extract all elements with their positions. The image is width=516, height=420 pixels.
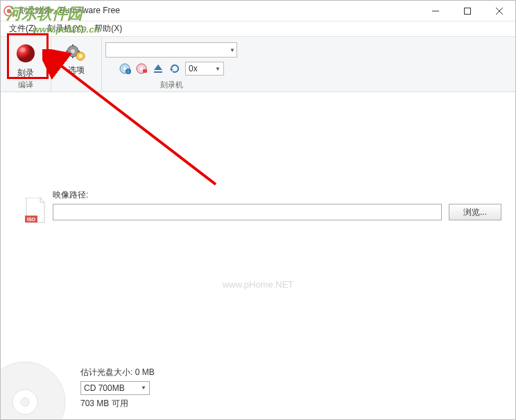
disc-info-icon[interactable]: i xyxy=(119,62,131,75)
svg-rect-10 xyxy=(72,44,74,46)
image-path-input[interactable] xyxy=(53,204,442,220)
svg-point-7 xyxy=(20,48,26,52)
eject-icon[interactable] xyxy=(152,62,164,75)
ribbon-group-recorder: ▼ i 0x ▼ 刻录机 xyxy=(102,37,241,91)
recorder-select[interactable]: ▼ xyxy=(105,42,237,58)
options-button-label: 选项 xyxy=(68,64,85,76)
watermark-center: www.pHome.NET xyxy=(223,279,294,290)
svg-point-15 xyxy=(79,55,82,58)
minimize-button[interactable] xyxy=(420,1,452,21)
browse-button-label: 浏览... xyxy=(463,207,487,218)
window-title: 刻录映像 - BurnAware Free xyxy=(19,5,120,17)
svg-rect-24 xyxy=(154,71,162,73)
image-path-label: 映像路径: xyxy=(53,189,501,201)
image-path-area: ISO 映像路径: 浏览... xyxy=(53,189,501,220)
compile-group-label: 编译 xyxy=(1,80,51,90)
svg-rect-12 xyxy=(66,51,68,52)
refresh-icon[interactable] xyxy=(169,62,181,75)
chevron-down-icon: ▼ xyxy=(215,66,221,72)
svg-marker-25 xyxy=(170,69,173,71)
svg-point-1 xyxy=(7,9,11,13)
gear-icon xyxy=(65,42,87,64)
maximize-button[interactable] xyxy=(452,1,483,21)
chevron-down-icon: ▼ xyxy=(141,384,146,392)
burn-icon xyxy=(15,42,37,64)
options-button[interactable]: 选项 xyxy=(61,41,92,78)
menu-file[interactable]: 文件(Z) xyxy=(3,21,42,36)
svg-rect-11 xyxy=(72,56,74,58)
burn-button[interactable]: 刻录 xyxy=(9,41,42,80)
svg-rect-22 xyxy=(143,69,147,73)
window-controls xyxy=(420,1,515,21)
burn-button-label: 刻录 xyxy=(17,67,34,79)
disc-size-estimate: 估计光盘大小: 0 MB xyxy=(80,367,155,378)
titlebar: 刻录映像 - BurnAware Free xyxy=(1,1,515,21)
svg-rect-3 xyxy=(465,8,471,15)
iso-file-icon: ISO xyxy=(25,198,46,224)
svg-point-21 xyxy=(140,67,143,70)
menu-help[interactable]: 帮助(X) xyxy=(89,21,128,36)
speed-value: 0x xyxy=(189,64,198,73)
disc-area: 估计光盘大小: 0 MB CD 700MB ▼ 703 MB 可用 xyxy=(1,357,515,419)
speed-select[interactable]: 0x ▼ xyxy=(185,62,224,76)
recorder-group-label: 刻录机 xyxy=(102,80,241,90)
ribbon-toolbar: 刻录 编译 选项 xyxy=(1,37,515,92)
disc-info: 估计光盘大小: 0 MB CD 700MB ▼ 703 MB 可用 xyxy=(80,367,155,410)
menubar: 文件(Z) 刻录机(Y) 帮助(X) xyxy=(1,21,515,37)
recorder-tools-row: i 0x ▼ xyxy=(119,62,224,76)
disc-icon xyxy=(0,360,67,420)
chevron-down-icon: ▼ xyxy=(230,47,235,53)
svg-marker-23 xyxy=(154,64,162,70)
menu-recorder[interactable]: 刻录机(Y) xyxy=(42,21,89,36)
svg-point-17 xyxy=(123,67,126,70)
disc-free-space: 703 MB 可用 xyxy=(80,398,155,410)
svg-point-30 xyxy=(21,398,29,406)
close-button[interactable] xyxy=(483,1,515,21)
browse-button[interactable]: 浏览... xyxy=(449,204,501,220)
disc-type-select[interactable]: CD 700MB ▼ xyxy=(80,381,150,395)
ribbon-group-options: 选项 xyxy=(51,37,102,91)
svg-text:i: i xyxy=(128,69,128,73)
erase-disc-icon[interactable] xyxy=(135,62,148,75)
main-content: ISO 映像路径: 浏览... www.pHome.NET 估计光盘大小: 0 … xyxy=(1,92,515,419)
svg-point-9 xyxy=(71,49,75,53)
disc-type-value: CD 700MB xyxy=(84,383,125,394)
svg-point-6 xyxy=(17,44,35,62)
app-icon xyxy=(3,6,15,17)
ribbon-group-compile: 刻录 编译 xyxy=(1,37,51,91)
svg-text:ISO: ISO xyxy=(27,217,36,222)
